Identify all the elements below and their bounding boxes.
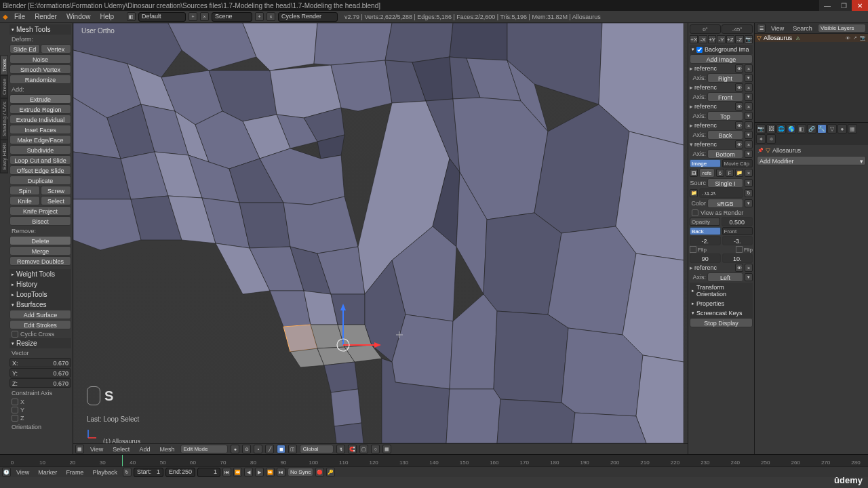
dd-source[interactable]: Single I	[707, 178, 743, 188]
btn-select[interactable]: Select	[41, 196, 71, 205]
btn-extrude-region[interactable]: Extrude Region	[9, 104, 71, 114]
dd-right[interactable]: Right	[707, 73, 743, 83]
tri-icon[interactable]: ▸	[690, 264, 693, 271]
layout-add-icon[interactable]: +	[189, 12, 197, 21]
reload-icon[interactable]: ↻	[745, 189, 753, 197]
panel-screencast-keys[interactable]: Screencast Keys	[690, 308, 753, 318]
tl-autokey-icon[interactable]: 🔴	[315, 468, 324, 476]
btn-add-image[interactable]: Add Image	[690, 54, 753, 64]
btn-merge[interactable]: Merge	[9, 246, 71, 256]
menu-file[interactable]: File	[11, 13, 28, 20]
timeline[interactable]: 0102030405060708090100110120130140150160…	[0, 454, 868, 477]
fake-user[interactable]: F	[726, 169, 734, 177]
sel-vert-icon[interactable]: ▪	[254, 445, 262, 453]
close-icon[interactable]: ×	[745, 140, 753, 148]
axis-px[interactable]: +X	[690, 35, 698, 43]
panel-bsurfaces[interactable]: Bsurfaces	[9, 300, 71, 310]
layout-del-icon[interactable]: ×	[200, 12, 209, 21]
btn-screw[interactable]: Screw	[41, 186, 71, 195]
tl-menu-frame[interactable]: Frame	[62, 469, 87, 476]
outliner-filter[interactable]: Visible Layers	[818, 24, 866, 33]
panel-resize[interactable]: Resize	[9, 338, 71, 348]
rot-45[interactable]: -45°	[722, 24, 753, 34]
tl-keyprev-icon[interactable]: ⏪	[233, 468, 242, 476]
axis-ny[interactable]: -Y	[717, 35, 725, 43]
window-max-button[interactable]: ❐	[835, 0, 852, 11]
ptab-constraints[interactable]: 🔗	[807, 124, 816, 134]
ptab-data[interactable]: ▽	[827, 124, 837, 134]
btn-bisect[interactable]: Bisect	[9, 216, 71, 226]
mesh-data-icon[interactable]: ◬	[794, 35, 801, 41]
btn-smooth-vertex[interactable]: Smooth Vertex	[9, 64, 71, 74]
limit-sel-icon[interactable]: ◫	[288, 445, 297, 453]
panel-weight-tools[interactable]: Weight Tools	[9, 269, 71, 279]
btn-subdivide[interactable]: Subdivide	[9, 145, 71, 155]
btn-edit-strokes[interactable]: Edit Strokes	[9, 320, 71, 329]
outliner-item-allosaurus[interactable]: ▽ Allosaurus ◬ 👁 ↗ 📷	[755, 34, 868, 42]
cursor-icon[interactable]: ↗	[852, 35, 859, 41]
btn-slide-edge[interactable]: Slide Ed	[9, 44, 40, 54]
eye-icon[interactable]: 👁	[735, 83, 743, 92]
image-icon[interactable]: 🖼	[690, 169, 698, 177]
tl-keyset-icon[interactable]: 🔑	[326, 468, 335, 476]
bg-images-chk[interactable]	[696, 47, 703, 53]
pin-icon[interactable]: 📌	[757, 147, 764, 154]
timeline-type-icon[interactable]: 🕐	[2, 468, 11, 476]
num-users[interactable]: 6	[716, 169, 724, 177]
layers-icon[interactable]: ▦	[382, 445, 391, 453]
field-x[interactable]: -2.	[690, 236, 721, 245]
snap-icon[interactable]: 🧲	[348, 445, 357, 453]
ptab-physics[interactable]: ⚛	[766, 134, 776, 144]
panel-bg-images[interactable]: Background Ima	[705, 46, 749, 53]
tri-icon[interactable]: ▸	[690, 84, 693, 91]
scene-del-icon[interactable]: ×	[267, 12, 275, 21]
panel-mesh-tools[interactable]: Mesh Tools	[9, 24, 71, 35]
tl-menu-view[interactable]: View	[13, 469, 33, 476]
field-end[interactable]: End:250	[165, 468, 195, 477]
viewport-3d[interactable]: User Ortho S Last: Loop Select (1) Allos…	[73, 23, 688, 454]
btn-duplicate[interactable]: Duplicate	[9, 176, 71, 185]
orientation-dropdown[interactable]: Global	[300, 445, 334, 453]
field-size[interactable]: 10.	[722, 253, 753, 263]
tab-create[interactable]: Create	[0, 75, 8, 98]
tab-tools[interactable]: Tools	[0, 56, 8, 75]
tgl-movieclip[interactable]: Movie Clip	[722, 159, 753, 167]
chevron-icon[interactable]: ▾	[745, 74, 753, 82]
btn-knife[interactable]: Knife	[9, 196, 40, 205]
sel-face-icon[interactable]: ◼	[277, 445, 285, 453]
outliner-type-icon[interactable]: ☰	[757, 24, 766, 33]
proped-icon[interactable]: ○	[371, 445, 380, 453]
tl-menu-playback[interactable]: Playback	[89, 469, 121, 476]
field-x[interactable]: X:0.670	[9, 358, 71, 367]
btn-knife-project[interactable]: Knife Project	[9, 206, 71, 216]
eye-icon[interactable]: 👁	[735, 121, 743, 129]
dd-top[interactable]: Top	[707, 111, 743, 121]
field-current[interactable]: 1	[197, 468, 220, 477]
window-close-button[interactable]: ✕	[852, 0, 868, 11]
panel-properties[interactable]: Properties	[690, 299, 753, 308]
menu-help[interactable]: Help	[97, 13, 118, 20]
close-icon[interactable]: ×	[745, 264, 753, 272]
layout-dropdown[interactable]: Default	[138, 12, 186, 22]
snap-type-icon[interactable]: ▢	[359, 445, 368, 453]
btn-extrude-individual[interactable]: Extrude Individual	[9, 115, 71, 124]
editor-type-icon[interactable]: ▦	[75, 445, 84, 453]
tl-keynext-icon[interactable]: ⏩	[266, 468, 275, 476]
field-y[interactable]: -3.	[722, 236, 753, 245]
btn-offset-edge[interactable]: Offset Edge Slide	[9, 165, 71, 175]
btn-loop-cut[interactable]: Loop Cut and Slide	[9, 155, 71, 165]
chk-con-x[interactable]: X	[9, 398, 71, 406]
close-icon[interactable]: ×	[745, 102, 753, 110]
dd-left[interactable]: Left	[707, 272, 743, 282]
chevron-icon[interactable]: ▾	[745, 150, 753, 158]
tgl-back[interactable]: Back	[690, 227, 721, 235]
panel-history[interactable]: History	[9, 279, 71, 289]
btn-vertex[interactable]: Vertex	[41, 44, 71, 54]
close-icon[interactable]: ×	[745, 121, 753, 129]
vp-menu-select[interactable]: Select	[109, 446, 133, 453]
field-y[interactable]: Y:0.670	[9, 368, 71, 378]
chevron-icon[interactable]: ▾	[745, 131, 753, 139]
ptab-texture[interactable]: ▦	[848, 124, 857, 134]
btn-remove-doubles[interactable]: Remove Doubles	[9, 256, 71, 266]
layout-prev-icon[interactable]: ◧	[127, 12, 136, 21]
